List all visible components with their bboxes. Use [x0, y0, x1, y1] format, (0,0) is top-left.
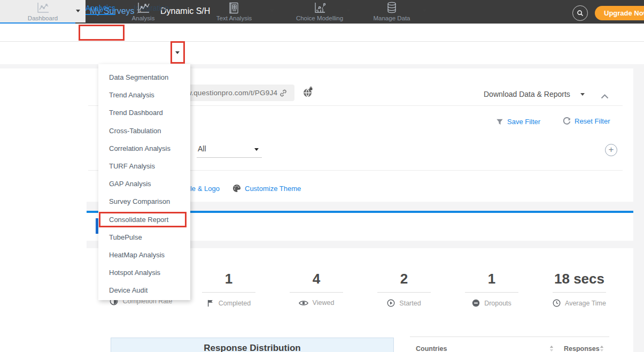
reset-filter-button[interactable]: Reset Filter: [563, 117, 610, 125]
menu-item-data-segmentation[interactable]: Data Segmentation: [98, 68, 190, 86]
save-filter-label: Save Filter: [507, 118, 540, 126]
response-distribution-header: Response Distribution: [111, 338, 394, 352]
select-underline: [197, 157, 262, 158]
stat-average-time: 18 secs Average Time: [537, 271, 622, 307]
globe-lock-icon[interactable]: [302, 87, 314, 98]
divider: [410, 336, 609, 337]
menu-item-correlation-analysis[interactable]: Correlation Analysis: [98, 140, 190, 157]
stat-value: 1: [449, 271, 534, 287]
chevron-down-icon[interactable]: [76, 10, 80, 12]
menu-item-hotspot-analysis[interactable]: Hotspot Analysis: [98, 264, 190, 281]
refresh-icon: [563, 117, 571, 125]
funnel-icon: [496, 118, 503, 126]
tool-dashboard[interactable]: Dashboard: [0, 0, 86, 22]
menu-item-turf-analysis[interactable]: TURF Analysis: [98, 157, 190, 175]
reset-filter-label: Reset Filter: [575, 117, 610, 125]
sort-icon[interactable]: [549, 346, 554, 351]
stat-label: Dropouts: [484, 300, 511, 307]
chevron-down-icon[interactable]: [580, 93, 585, 96]
survey-url-text: w.questionpro.com/t/PG9J4: [187, 89, 277, 97]
analytics-toolbar: [0, 42, 644, 64]
dashboard-chart-icon: [0, 0, 86, 14]
sort-icon[interactable]: [600, 346, 604, 351]
menu-item-trend-analysis[interactable]: Trend Analysis: [98, 86, 190, 104]
flag-icon: [207, 299, 214, 307]
tool-label: Text Analysis: [190, 15, 278, 21]
responses-column-header[interactable]: Responses: [564, 345, 600, 352]
add-filter-button[interactable]: +: [605, 144, 617, 156]
stat-value: 4: [274, 271, 359, 287]
play-circle-icon: [387, 299, 395, 307]
menu-item-device-audit[interactable]: Device Audit: [98, 281, 190, 299]
stat-value: 1: [186, 271, 271, 287]
survey-tab-bar: [0, 24, 644, 42]
menu-item-gap-analysis[interactable]: GAP Analysis: [98, 175, 190, 193]
menu-item-consolidate-report[interactable]: Consolidate Report: [98, 211, 190, 228]
palette-icon[interactable]: [232, 184, 241, 193]
menu-item-tubepulse[interactable]: TubePulse: [98, 228, 190, 246]
upgrade-now-button[interactable]: Upgrade Now: [595, 6, 644, 20]
chevron-down-icon[interactable]: [270, 10, 274, 12]
tool-text-analysis[interactable]: Text Analysis: [190, 0, 278, 22]
save-filter-button[interactable]: Save Filter: [496, 118, 540, 126]
app-window: Surveys My Surveys > Dynamic S/H Upgrade…: [0, 0, 644, 352]
analysis-chart-icon: [99, 0, 188, 14]
stat-completed: 1 Completed: [186, 271, 271, 307]
menu-item-survey-comparison[interactable]: Survey Comparison: [98, 193, 190, 210]
tool-analysis[interactable]: Analysis: [99, 0, 188, 22]
menu-item-heatmap-analysis[interactable]: HeatMap Analysis: [98, 246, 190, 264]
customize-theme-link[interactable]: Customize Theme: [245, 185, 301, 193]
analysis-dropdown-menu: Data Segmentation Trend Analysis Trend D…: [98, 64, 190, 300]
filter-select[interactable]: All: [198, 144, 206, 153]
menu-item-cross-tabulation[interactable]: Cross-Tabulation: [98, 122, 190, 140]
stat-label: Started: [399, 300, 421, 307]
analysis-dropdown-caret[interactable]: [175, 51, 180, 54]
stat-label: Viewed: [313, 299, 335, 307]
chevron-down-icon[interactable]: [422, 10, 426, 12]
stat-label: Average Time: [565, 300, 606, 307]
stat-label: Completed: [219, 300, 251, 307]
stat-dropouts: 1 Dropouts: [449, 271, 534, 307]
search-icon: [576, 9, 584, 17]
stat-viewed: 4 Viewed: [274, 271, 359, 307]
eye-icon: [299, 300, 308, 306]
countries-column-header[interactable]: Countries: [416, 345, 447, 352]
text-analysis-icon: [190, 0, 278, 14]
stat-value: 2: [361, 271, 447, 287]
stat-started: 2 Started: [361, 271, 447, 307]
tool-label: Manage Data: [347, 15, 436, 21]
chevron-down-icon: [254, 148, 259, 151]
search-button[interactable]: [572, 5, 588, 21]
link-icon[interactable]: [278, 88, 288, 98]
tool-label: Analysis: [99, 15, 188, 21]
page-background-band: [0, 64, 644, 68]
tool-label: Dashboard: [0, 15, 86, 21]
tool-manage-data[interactable]: Manage Data: [347, 0, 436, 22]
menu-item-trend-dashboard[interactable]: Trend Dashboard: [98, 104, 190, 121]
collapse-panel-icon[interactable]: [601, 94, 609, 99]
page-background-strip: [633, 64, 644, 352]
clock-icon: [553, 299, 561, 307]
minus-circle-icon: [472, 299, 480, 307]
download-data-reports-button[interactable]: Download Data & Reports: [484, 90, 570, 98]
stat-value: 18 secs: [537, 271, 622, 287]
